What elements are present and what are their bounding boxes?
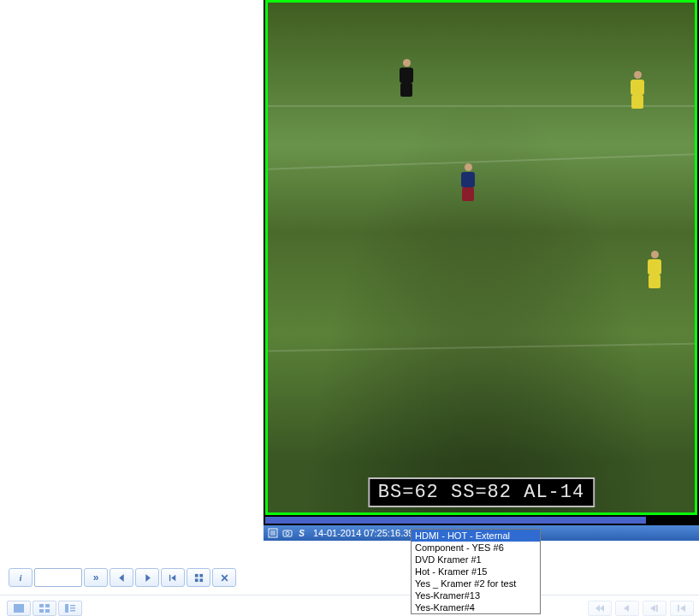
svg-rect-8 (169, 574, 169, 580)
source-indicator-icon[interactable]: S (296, 528, 307, 539)
prev-frame-button[interactable] (643, 601, 666, 616)
svg-rect-28 (656, 605, 658, 612)
svg-marker-27 (624, 605, 629, 612)
pitch-line (268, 153, 695, 169)
go-button[interactable]: » (84, 568, 108, 587)
player-figure (627, 71, 648, 110)
source-menu-item[interactable]: HDMI - HOT - External (412, 530, 540, 542)
grid-button[interactable] (187, 568, 210, 587)
step-back-button[interactable] (615, 601, 639, 616)
svg-marker-9 (171, 574, 175, 580)
svg-rect-24 (70, 610, 75, 612)
svg-marker-7 (145, 574, 151, 582)
svg-rect-12 (194, 578, 198, 582)
svg-rect-18 (45, 604, 50, 607)
svg-rect-10 (194, 573, 198, 577)
svg-marker-31 (680, 605, 685, 612)
source-menu-item[interactable]: Yes-Kramer#4 (412, 601, 540, 613)
svg-marker-26 (600, 605, 604, 612)
svg-rect-22 (70, 605, 75, 607)
goto-start-button[interactable] (670, 601, 694, 616)
pitch-line (268, 343, 695, 352)
info-button[interactable]: i (9, 568, 33, 587)
video-frame: BS=62 SS=82 AL-14 (265, 0, 697, 515)
svg-marker-25 (595, 605, 600, 612)
source-menu-item[interactable]: Component - YES #6 (412, 542, 540, 554)
first-button[interactable] (161, 568, 185, 587)
view-list-button[interactable] (58, 601, 82, 616)
source-menu-item[interactable]: Yes _ Kramer #2 for test (412, 578, 540, 589)
view-mode-toolbar (7, 601, 82, 616)
navigation-toolbar: i » (9, 568, 236, 587)
next-button[interactable] (135, 568, 159, 587)
video-field-background (268, 3, 695, 512)
source-menu-item[interactable]: Hot - Kramer #15 (412, 566, 540, 578)
status-timestamp: 14-01-2014 07:25:16.39 (313, 528, 413, 538)
svg-rect-17 (39, 604, 44, 607)
close-button[interactable] (212, 568, 236, 587)
svg-rect-30 (678, 605, 679, 612)
svg-rect-20 (45, 609, 50, 613)
svg-marker-6 (119, 574, 124, 582)
goto-input[interactable] (34, 568, 82, 587)
progress-strip[interactable] (265, 517, 696, 524)
progress-gap (646, 517, 696, 524)
rewind-button[interactable] (588, 601, 612, 616)
svg-marker-29 (650, 605, 655, 612)
svg-rect-11 (199, 573, 203, 577)
toolbar-separator (0, 595, 699, 595)
svg-rect-16 (14, 604, 24, 613)
player-figure (644, 251, 665, 290)
video-osd-overlay: BS=62 SS=82 AL-14 (368, 477, 595, 507)
camera-icon[interactable] (281, 528, 293, 539)
source-menu-item[interactable]: DVD Kramer #1 (412, 554, 540, 566)
svg-rect-23 (70, 607, 75, 609)
view-single-button[interactable] (7, 601, 31, 616)
video-panel: BS=62 SS=82 AL-14 S 14-01-2014 07:25:16.… (264, 0, 699, 541)
svg-point-5 (286, 532, 289, 536)
svg-rect-19 (39, 609, 44, 613)
view-grid-button[interactable] (33, 601, 56, 616)
player-figure (458, 163, 478, 203)
source-dropdown-menu[interactable]: HDMI - HOT - External Component - YES #6… (411, 529, 541, 614)
prev-button[interactable] (110, 568, 133, 587)
source-menu-item[interactable]: Yes-Kramer#13 (412, 589, 540, 601)
svg-rect-21 (65, 604, 68, 613)
list-icon[interactable] (267, 528, 278, 539)
svg-rect-13 (199, 578, 203, 582)
player-figure (396, 59, 417, 98)
playback-toolbar (588, 601, 694, 616)
